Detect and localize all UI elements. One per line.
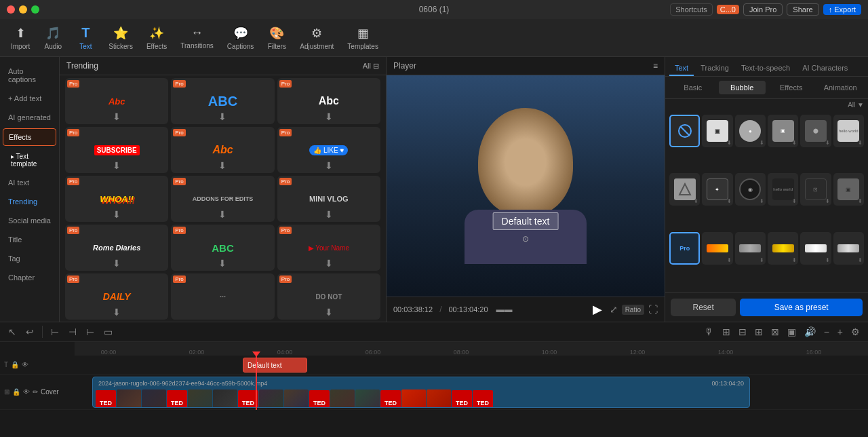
tool-adjustment[interactable]: ⚙ Adjustment xyxy=(294,23,339,53)
nav-add-text[interactable]: + Add text xyxy=(3,90,56,107)
minimize-button[interactable] xyxy=(19,5,27,14)
style-tab-basic[interactable]: Basic xyxy=(669,81,717,94)
cursor-tool[interactable]: ↖ xyxy=(5,325,19,339)
template-item-5[interactable]: Pro Abc ⬇ xyxy=(171,127,274,173)
effect-item-6[interactable]: hello world ⬇ xyxy=(833,115,864,147)
effect-item-9[interactable]: ◉ ⬇ xyxy=(735,173,766,206)
all-filter-right[interactable]: All ▼ xyxy=(848,101,864,109)
tool-effects[interactable]: ✨ Effects xyxy=(141,23,172,53)
tool-transitions[interactable]: ↔ Transitions xyxy=(175,23,219,52)
tab-text[interactable]: Text xyxy=(669,61,694,76)
nav-title[interactable]: Title xyxy=(3,231,56,248)
maximize-button[interactable] xyxy=(31,5,39,14)
join-pro-button[interactable]: Join Pro xyxy=(743,3,783,16)
tool-d[interactable]: ⊠ xyxy=(768,325,782,339)
template-item-8[interactable]: Pro ADDONS FOR EDITS ⬇ xyxy=(171,176,274,222)
ratio-button[interactable]: Ratio xyxy=(622,305,644,315)
nav-social-media[interactable]: Social media xyxy=(3,212,56,229)
tool-c[interactable]: ⊞ xyxy=(752,325,766,339)
nav-auto-captions[interactable]: Auto captions xyxy=(3,63,56,88)
drag-handle[interactable]: ⊙ xyxy=(522,234,529,244)
effect-item-13[interactable]: Pro xyxy=(669,232,700,265)
effect-item-18[interactable]: ⬇ xyxy=(833,232,864,265)
template-item-13[interactable]: Pro DAILY ⬇ xyxy=(65,273,168,320)
expand-icon[interactable]: ⤢ xyxy=(610,304,618,315)
tool-import[interactable]: ⬆ Import xyxy=(5,23,35,53)
template-item-2[interactable]: Pro ABC ⬇ xyxy=(171,78,274,124)
tool-f[interactable]: 🔊 xyxy=(802,325,818,339)
templates-icon: ▦ xyxy=(357,26,369,41)
tool-e[interactable]: ▣ xyxy=(785,325,799,339)
nav-chapter[interactable]: Chapter xyxy=(3,269,56,286)
tab-ai-characters[interactable]: AI Characters xyxy=(797,61,853,76)
effect-item-7[interactable]: ⬇ xyxy=(669,173,700,206)
text-clip[interactable]: Default text xyxy=(243,358,307,373)
tab-tts[interactable]: Text-to-speech xyxy=(736,61,795,76)
template-item-14[interactable]: Pro ··· xyxy=(171,273,274,320)
tool-audio[interactable]: 🎵 Audio xyxy=(38,23,68,53)
tool-stickers[interactable]: ⭐ Stickers xyxy=(103,23,138,53)
share-button[interactable]: Share xyxy=(787,3,818,16)
all-filter-btn[interactable]: All ⊟ xyxy=(363,62,379,71)
zoom-in-button[interactable]: + xyxy=(835,325,846,339)
shortcuts-button[interactable]: Shortcuts xyxy=(670,3,712,16)
close-button[interactable] xyxy=(7,5,15,14)
tool-b[interactable]: ⊟ xyxy=(736,325,749,339)
nav-text-template[interactable]: ▸ Text template xyxy=(3,149,56,172)
style-tab-effects[interactable]: Effects xyxy=(768,81,815,94)
effect-item-17[interactable]: ⬇ xyxy=(800,232,831,265)
template-item-3[interactable]: Pro Abc ⬇ xyxy=(277,78,380,124)
style-tab-bubble[interactable]: Bubble xyxy=(719,81,766,94)
template-item-6[interactable]: Pro 👍 LIKE ♥ ⬇ xyxy=(277,127,380,173)
playhead[interactable] xyxy=(256,356,257,410)
template-item-15[interactable]: Pro DO NOT ⬇ xyxy=(277,273,380,320)
effect-item-2[interactable]: ▣ ⬇ xyxy=(702,115,732,147)
effect-item-8[interactable]: ✦ ⬇ xyxy=(702,173,732,206)
tool-templates[interactable]: ▦ Templates xyxy=(342,23,384,53)
effect-item-10[interactable]: hello world ⬇ xyxy=(768,173,798,206)
export-button[interactable]: ↑ Export xyxy=(823,4,861,15)
template-item-10[interactable]: Pro Rome Diaries ⬇ xyxy=(65,225,168,271)
tool-a[interactable]: ⊞ xyxy=(719,325,733,339)
tab-tracking[interactable]: Tracking xyxy=(695,61,734,76)
player-menu-button[interactable]: ≡ xyxy=(653,61,658,71)
tool-text[interactable]: T Text xyxy=(71,22,100,53)
play-button[interactable]: ▶ xyxy=(589,301,606,318)
effect-item-4[interactable]: ▣ ⬇ xyxy=(768,115,798,147)
undo-button[interactable]: ↩ xyxy=(23,325,37,339)
template-item-4[interactable]: Pro SUBSCRIBE ⬇ xyxy=(65,127,168,173)
effect-none[interactable] xyxy=(669,115,700,147)
nav-effects[interactable]: Effects xyxy=(3,128,56,146)
nav-ai-text[interactable]: AI text xyxy=(3,174,56,191)
effect-item-11[interactable]: ⊡ ⬇ xyxy=(800,173,831,206)
zoom-out-button[interactable]: − xyxy=(821,325,832,339)
fullscreen-icon[interactable]: ⛶ xyxy=(648,304,658,315)
default-text-overlay[interactable]: Default text xyxy=(493,212,559,230)
trim-start-tool[interactable]: ⊣ xyxy=(66,325,79,339)
nav-tag[interactable]: Tag xyxy=(3,250,56,267)
tool-settings[interactable]: ⚙ xyxy=(848,325,863,339)
template-item-9[interactable]: Pro MINI VLOG ⬇ xyxy=(277,176,380,222)
template-item-11[interactable]: Pro ABC ⬇ xyxy=(171,225,274,271)
template-item-12[interactable]: Pro ▶ Your Name ⬇ xyxy=(277,225,380,271)
tool-filters[interactable]: 🎨 Filters xyxy=(262,23,292,53)
effect-item-3[interactable]: ● ⬇ xyxy=(735,115,766,147)
effect-item-16[interactable]: ⬇ xyxy=(768,232,798,265)
template-item-1[interactable]: Pro Abc ⬇ xyxy=(65,78,168,124)
tool-captions[interactable]: 💬 Captions xyxy=(222,23,259,53)
effect-item-15[interactable]: ⬇ xyxy=(735,232,766,265)
reset-button[interactable]: Reset xyxy=(671,299,736,316)
trim-end-tool[interactable]: ⊢ xyxy=(83,325,97,339)
nav-trending[interactable]: Trending xyxy=(3,193,56,210)
style-tab-animation[interactable]: Animation xyxy=(817,81,865,94)
mic-button[interactable]: 🎙 xyxy=(702,325,717,339)
split-tool[interactable]: ⊢ xyxy=(48,325,62,339)
nav-ai-generated[interactable]: AI generated xyxy=(3,109,56,126)
effect-item-14[interactable]: ⬇ xyxy=(702,232,732,265)
effect-item-12[interactable]: ▣ ⬇ xyxy=(833,173,864,206)
template-item-7[interactable]: Pro WHOA!! ⬇ xyxy=(65,176,168,222)
effect-item-5[interactable]: ⬤ ⬇ xyxy=(800,115,831,147)
save-preset-button[interactable]: Save as preset xyxy=(740,299,863,316)
delete-tool[interactable]: ▭ xyxy=(101,325,115,339)
video-clip[interactable]: 2024-jason-rugolo-006-962d2374-ee94-46cc… xyxy=(92,377,750,408)
